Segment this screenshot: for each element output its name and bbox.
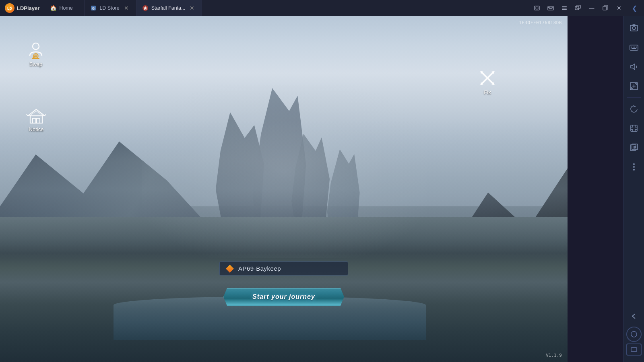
fix-label: Fix (484, 89, 491, 95)
svg-rect-54 (631, 348, 637, 352)
notice-button[interactable]: Notice (26, 105, 46, 132)
sidebar-records-btn[interactable] (625, 139, 643, 156)
svg-rect-8 (548, 6, 553, 10)
starfall-close-icon[interactable]: ✕ (188, 4, 196, 12)
right-sidebar (623, 16, 644, 362)
version-text: V1.1.9 (546, 353, 562, 358)
start-journey-button[interactable]: Start your journey (223, 288, 344, 306)
sidebar-screenshot-btn[interactable] (625, 19, 643, 37)
svg-marker-40 (631, 64, 635, 70)
sidebar-keyboard-btn[interactable] (625, 39, 643, 56)
sidebar-divider (627, 97, 641, 98)
sidebar-zoom-btn[interactable] (625, 77, 643, 95)
swap-button[interactable]: Swap (26, 40, 45, 67)
ldstore-icon: G (90, 5, 97, 11)
tab-home-label: Home (59, 5, 72, 11)
screenshot-btn[interactable] (530, 2, 543, 14)
svg-rect-24 (37, 118, 40, 123)
server-name-text: AP69-Baykeep (238, 265, 281, 272)
fix-icon (478, 68, 497, 88)
svg-point-50 (633, 163, 635, 165)
app-name: LDPlayer (17, 5, 39, 11)
svg-point-52 (633, 169, 635, 171)
svg-rect-16 (562, 9, 567, 10)
game-background (0, 16, 568, 362)
sidebar-home-btn[interactable] (626, 327, 642, 342)
svg-text:LD: LD (7, 6, 12, 10)
sidebar-rotate-btn[interactable] (625, 100, 643, 118)
sidebar-bottom (625, 307, 643, 359)
minimize-btn[interactable]: — (585, 2, 598, 14)
game-viewport: 1E3OFF0176818DB V1.1.9 Swap (0, 16, 568, 362)
notice-icon (26, 105, 46, 125)
title-bar: LD LDPlayer 🏠 Home G LD Store ✕ (0, 0, 644, 16)
tab-bar: 🏠 Home G LD Store ✕ Starfall Fanta... (44, 0, 530, 16)
home-icon: 🏠 (50, 5, 56, 11)
tab-starfall[interactable]: Starfall Fanta... ✕ (136, 0, 202, 16)
svg-point-32 (632, 27, 636, 30)
tab-home[interactable]: 🏠 Home (44, 0, 85, 16)
svg-rect-44 (631, 125, 637, 132)
app-logo: LD LDPlayer (0, 3, 44, 13)
sidebar-recents-btn[interactable] (626, 343, 642, 356)
multi-instance-btn[interactable] (572, 2, 584, 14)
svg-point-7 (536, 7, 538, 9)
svg-point-21 (33, 53, 38, 58)
starfall-icon (142, 5, 149, 11)
expand-btn[interactable]: ❮ (628, 2, 641, 14)
svg-rect-19 (603, 6, 607, 10)
close-btn[interactable]: ✕ (613, 2, 625, 14)
tab-starfall-label: Starfall Fanta... (151, 5, 186, 11)
svg-rect-23 (33, 118, 36, 123)
keyboard-btn[interactable] (544, 2, 557, 14)
logo-icon: LD (5, 3, 14, 13)
svg-rect-15 (562, 8, 567, 8)
ldstore-close-icon[interactable]: ✕ (122, 4, 130, 12)
svg-point-53 (631, 331, 637, 337)
svg-point-20 (33, 43, 39, 49)
server-name-bar[interactable]: AP69-Baykeep (219, 261, 348, 276)
swap-label: Swap (29, 61, 43, 67)
svg-rect-34 (630, 45, 638, 50)
menu-btn[interactable] (558, 2, 571, 14)
sidebar-back-btn[interactable] (625, 307, 643, 325)
svg-rect-14 (562, 6, 567, 7)
device-id: 1E3OFF0176818DB (519, 20, 562, 25)
diamond-icon (226, 265, 234, 273)
tab-ldstore[interactable]: G LD Store ✕ (85, 0, 136, 16)
start-journey-label: Start your journey (252, 293, 315, 300)
restore-btn[interactable] (599, 2, 612, 14)
fix-button[interactable]: Fix (478, 68, 497, 95)
swap-icon (26, 40, 45, 60)
svg-rect-31 (630, 25, 638, 31)
tab-ldstore-label: LD Store (99, 5, 119, 11)
sidebar-capture-btn[interactable] (625, 119, 643, 137)
svg-point-51 (633, 166, 635, 168)
window-controls: — ✕ ❮ (530, 2, 644, 14)
sidebar-volume-btn[interactable] (625, 58, 643, 76)
notice-label: Notice (29, 126, 44, 132)
svg-text:G: G (92, 6, 95, 10)
sidebar-more-btn[interactable] (625, 158, 643, 176)
